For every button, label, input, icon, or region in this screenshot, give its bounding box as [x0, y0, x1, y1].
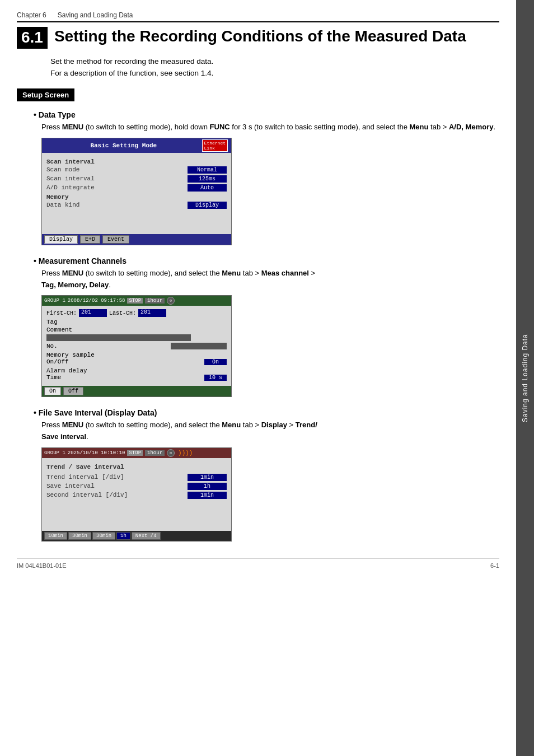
bullet-data-type-desc: Press MENU (to switch to setting mode), … [41, 122, 499, 133]
screen2-no-row: No. [46, 343, 227, 349]
screen3-datetime: 2025/10/10 10:10:10 [68, 450, 125, 456]
page-number: 6-1 [490, 562, 499, 569]
screen3-mode: STOP [127, 450, 143, 456]
screen3-footer: 10min 30min 30min 1h Next /4 [42, 531, 231, 541]
screen2-time-label: Time [46, 374, 61, 381]
screen1-row-scan-mode: Scan mode Normal [46, 166, 227, 174]
screen2-body: First-CH: 201 Last-CH: 201 Tag Comment N… [42, 306, 231, 386]
screen3-trend-section: Trend / Save interval [46, 464, 227, 470]
bullet-file-save-title: File Save Interval (Display Data) [34, 408, 499, 417]
screen1-scan-interval-value: 125ms [188, 175, 227, 183]
screen3-body: Trend / Save interval Trend interval [/d… [42, 458, 231, 531]
screen3-save-interval-row: Save interval 1h [46, 483, 227, 490]
screen3-save-interval-label: Save interval [46, 483, 95, 489]
screen1-footer: Display E+D Event [42, 234, 231, 245]
screen1-ad-label: A/D integrate [46, 184, 95, 191]
screen2-on-off-label: On/Off [46, 358, 69, 365]
bullet-data-type-title: Data Type [34, 110, 499, 119]
screen2-tab1[interactable]: On [44, 387, 61, 395]
bullet-meas-desc: Press MENU (to switch to setting mode), … [41, 268, 499, 291]
bullet-meas-title: Measurement Channels [34, 256, 499, 265]
screen-mockup-3: GROUP 1 2025/10/10 10:10:10 STOP 1hour ⊙… [41, 447, 232, 542]
chapter-header: Chapter 6 Saving and Loading Data [17, 11, 499, 22]
screen2-comment-label: Comment [46, 326, 227, 333]
screen3-trend-interval-label: Trend interval [/div] [46, 474, 124, 480]
bullet-file-save-desc: Press MENU (to switch to setting mode), … [41, 419, 499, 443]
screen1-memory-section: Memory [46, 194, 227, 200]
screen2-header: GROUP 1 2008/12/02 09:17:58 STOP 1hour ⊙ [42, 296, 231, 306]
screen1-data-kind-label: Data kind [46, 202, 79, 208]
screen3-trend-interval-row: Trend interval [/div] 1min [46, 474, 227, 481]
screen2-first-ch-value[interactable]: 201 [79, 309, 107, 317]
screen2-datetime: 2008/12/02 09:17:58 [68, 298, 125, 304]
screen2-btn[interactable]: 1hour [145, 298, 165, 304]
screen2-group: GROUP 1 [44, 298, 65, 304]
chapter-label: Chapter 6 [17, 11, 46, 19]
sidebar-label: Saving and Loading Data [521, 334, 529, 422]
screen2-last-ch-value[interactable]: 201 [138, 309, 166, 317]
screen2-mode: STOP [127, 298, 143, 304]
screen2-on-value: On [204, 359, 227, 365]
screen2-alarm-delay-label: Alarm delay [46, 367, 227, 374]
screen1-tab2[interactable]: E+D [80, 235, 100, 244]
screen2-tab2[interactable]: Off [63, 387, 83, 395]
screen1-scan-section: Scan interval [46, 158, 227, 165]
screen1-scan-mode-label: Scan mode [46, 166, 79, 173]
screen1-data-kind-value: Display [188, 202, 227, 209]
screen2-no-label: No. [46, 343, 58, 349]
screen1-title: Basic Setting Mode [45, 142, 202, 149]
screen3-trend-interval-value: 1min [188, 474, 227, 481]
bullet-meas-channels: Measurement Channels Press MENU (to swit… [34, 256, 499, 398]
screen2-time-value: 10 s [204, 375, 227, 381]
screen2-time-row: Time 10 s [46, 374, 227, 381]
screen1-header: Basic Setting Mode EthernetLink [42, 138, 231, 153]
screen1-tab3[interactable]: Event [102, 235, 129, 244]
screen3-group: GROUP 1 [44, 450, 65, 456]
chapter-title: Saving and Loading Data [58, 11, 133, 19]
screen2-ch-row: First-CH: 201 Last-CH: 201 [46, 309, 227, 317]
screen1-ethernet: EthernetLink [202, 139, 228, 152]
bullet-file-save: File Save Interval (Display Data) Press … [34, 408, 499, 542]
screen2-icon: ⊙ [167, 297, 175, 305]
screen3-second-interval-row: Second interval [/div] 1min [46, 492, 227, 499]
intro-line2: For a description of the function, see s… [50, 67, 499, 80]
intro-text: Set the method for recording the measure… [50, 55, 499, 80]
screen3-tab1[interactable]: 10min [44, 532, 67, 540]
bullet-data-type: Data Type Press MENU (to switch to setti… [34, 110, 499, 245]
screen3-header: GROUP 1 2025/10/10 10:10:10 STOP 1hour ⊙… [42, 448, 231, 458]
section-number: 6.1 [17, 27, 48, 49]
screen1-row-data-kind: Data kind Display [46, 202, 227, 209]
section-title-block: 6.1 Setting the Recording Conditions of … [17, 27, 499, 49]
main-content: Chapter 6 Saving and Loading Data 6.1 Se… [0, 0, 516, 756]
screen2-tag-label: Tag [46, 319, 227, 325]
screen1-body: Scan interval Scan mode Normal Scan inte… [42, 153, 231, 234]
screen1-ad-value: Auto [188, 184, 227, 192]
screen3-icon: ⊙ [167, 449, 175, 457]
screen1-row-scan-interval: Scan interval 125ms [46, 175, 227, 183]
screen-mockup-1: Basic Setting Mode EthernetLink Scan int… [41, 138, 232, 245]
screen3-second-interval-label: Second interval [/div] [46, 492, 128, 498]
screen2-last-ch-label: Last-CH: [109, 310, 136, 316]
screen3-second-interval-value: 1min [188, 492, 227, 499]
screen2-first-ch-label: First-CH: [46, 310, 77, 316]
setup-screen-badge: Setup Screen [17, 88, 74, 101]
screen3-btn[interactable]: 1hour [145, 450, 165, 456]
screen2-footer: On Off [42, 386, 231, 396]
screen3-tab5[interactable]: Next /4 [132, 532, 161, 540]
section-title: Setting the Recording Conditions of the … [54, 27, 466, 46]
screen1-scan-interval-label: Scan interval [46, 175, 95, 182]
screen2-on-off-row: On/Off On [46, 358, 227, 365]
screen3-tab3[interactable]: 30min [92, 532, 115, 540]
page-wrapper: Chapter 6 Saving and Loading Data 6.1 Se… [0, 0, 534, 756]
screen3-tab4[interactable]: 1h [116, 532, 130, 540]
right-sidebar: Saving and Loading Data [516, 0, 534, 756]
page-footer: IM 04L41B01-01E 6-1 [17, 558, 499, 569]
screen3-tab2[interactable]: 30min [68, 532, 91, 540]
screen3-wifi-icon: )))) [178, 450, 193, 456]
intro-line1: Set the method for recording the measure… [50, 55, 499, 68]
screen1-row-ad: A/D integrate Auto [46, 184, 227, 192]
screen1-tab1[interactable]: Display [44, 235, 78, 244]
screen3-save-interval-value: 1h [188, 483, 227, 490]
footer-doc: IM 04L41B01-01E [17, 562, 67, 569]
screen1-scan-mode-value: Normal [188, 166, 227, 174]
